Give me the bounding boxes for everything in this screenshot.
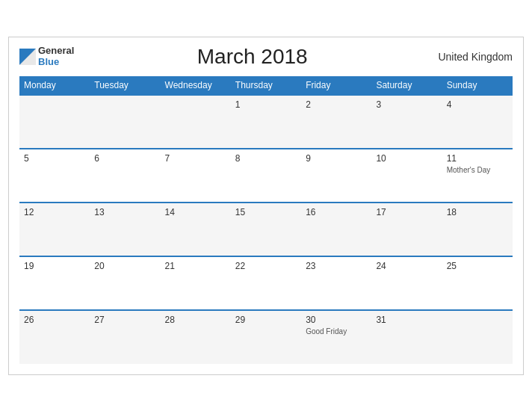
day-cell: 25 — [442, 256, 513, 310]
day-number: 30 — [306, 315, 367, 325]
day-cell: 30Good Friday — [301, 310, 371, 364]
logo: General Blue — [19, 46, 74, 67]
day-cell: 14 — [161, 203, 231, 256]
day-cell: 19 — [19, 256, 90, 310]
col-header-wednesday: Wednesday — [161, 76, 231, 95]
day-cell: 27 — [90, 310, 160, 364]
col-header-tuesday: Tuesday — [90, 76, 160, 95]
logo-blue-text: Blue — [38, 57, 74, 67]
day-cell: 2 — [301, 95, 371, 149]
day-cell: 22 — [231, 256, 301, 310]
day-event: Good Friday — [306, 327, 367, 336]
day-number: 28 — [165, 315, 226, 325]
day-cell: 10 — [371, 149, 442, 203]
day-number: 10 — [376, 153, 437, 164]
col-header-monday: Monday — [19, 76, 90, 95]
day-number: 12 — [24, 207, 85, 217]
day-number: 3 — [376, 99, 437, 110]
day-number: 4 — [447, 99, 508, 110]
day-number: 20 — [94, 261, 155, 271]
day-cell: 1 — [231, 95, 301, 149]
day-cell: 23 — [301, 256, 371, 310]
day-cell: 31 — [371, 310, 442, 364]
day-number: 23 — [306, 261, 367, 271]
calendar-header: General Blue March 2018 United Kingdom — [19, 45, 513, 69]
day-number: 2 — [306, 99, 367, 110]
week-row-5: 2627282930Good Friday31 — [19, 310, 513, 364]
day-number: 16 — [306, 207, 367, 217]
day-number: 11 — [447, 153, 508, 164]
logo-general-text: General — [38, 46, 74, 56]
day-number: 19 — [24, 261, 85, 271]
day-cell: 9 — [301, 149, 371, 203]
day-number: 26 — [24, 315, 85, 325]
col-header-thursday: Thursday — [231, 76, 301, 95]
day-number: 13 — [94, 207, 155, 217]
col-header-friday: Friday — [301, 76, 371, 95]
day-cell: 15 — [231, 203, 301, 256]
day-number: 14 — [165, 207, 226, 217]
day-cell: 13 — [90, 203, 160, 256]
week-row-3: 12131415161718 — [19, 203, 513, 256]
day-cell: 21 — [161, 256, 231, 310]
col-header-sunday: Sunday — [442, 76, 513, 95]
days-header-row: MondayTuesdayWednesdayThursdayFridaySatu… — [19, 76, 513, 95]
calendar-country: United Kingdom — [430, 51, 513, 63]
day-cell: 26 — [19, 310, 90, 364]
day-number: 7 — [165, 153, 226, 164]
day-cell: 20 — [90, 256, 160, 310]
day-number: 21 — [165, 261, 226, 271]
week-row-2: 567891011Mother's Day — [19, 149, 513, 203]
day-cell: 12 — [19, 203, 90, 256]
day-cell — [19, 95, 90, 149]
calendar: General Blue March 2018 United Kingdom M… — [8, 37, 524, 375]
day-cell: 24 — [371, 256, 442, 310]
day-cell: 18 — [442, 203, 513, 256]
day-number: 17 — [376, 207, 437, 217]
day-number: 8 — [235, 153, 297, 164]
day-cell: 8 — [231, 149, 301, 203]
calendar-table: MondayTuesdayWednesdayThursdayFridaySatu… — [19, 76, 513, 364]
day-cell — [442, 310, 513, 364]
day-cell: 6 — [90, 149, 160, 203]
day-cell: 29 — [231, 310, 301, 364]
day-number: 9 — [306, 153, 367, 164]
logo-icon — [19, 49, 36, 65]
day-number: 31 — [376, 315, 437, 325]
day-event: Mother's Day — [447, 166, 508, 174]
day-number: 18 — [447, 207, 508, 217]
day-number: 25 — [447, 261, 508, 271]
day-number: 15 — [235, 207, 297, 217]
day-cell: 3 — [371, 95, 442, 149]
day-number: 1 — [235, 99, 297, 110]
week-row-1: 1234 — [19, 95, 513, 149]
day-cell: 17 — [371, 203, 442, 256]
week-row-4: 19202122232425 — [19, 256, 513, 310]
day-number: 22 — [235, 261, 297, 271]
col-header-saturday: Saturday — [371, 76, 442, 95]
day-cell: 16 — [301, 203, 371, 256]
day-number: 5 — [24, 153, 85, 164]
day-cell: 11Mother's Day — [442, 149, 513, 203]
day-cell: 5 — [19, 149, 90, 203]
day-cell — [90, 95, 160, 149]
day-cell: 28 — [161, 310, 231, 364]
day-number: 24 — [376, 261, 437, 271]
day-number: 29 — [235, 315, 297, 325]
day-cell — [161, 95, 231, 149]
day-cell: 7 — [161, 149, 231, 203]
day-number: 27 — [94, 315, 155, 325]
day-number: 6 — [94, 153, 155, 164]
day-cell: 4 — [442, 95, 513, 149]
calendar-title: March 2018 — [74, 45, 430, 69]
